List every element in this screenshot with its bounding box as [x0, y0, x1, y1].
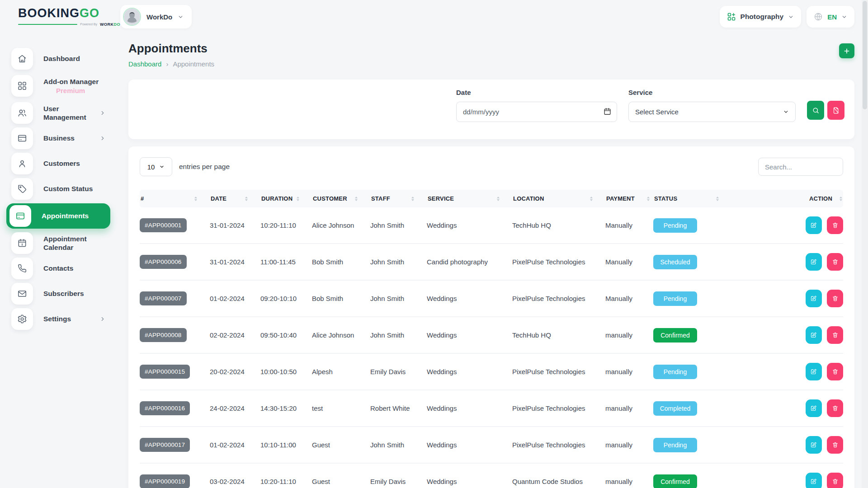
cell-payment: Manually: [605, 244, 653, 280]
header-action[interactable]: ACTION: [744, 190, 843, 207]
delete-button[interactable]: [827, 326, 843, 344]
header-staff[interactable]: STAFF: [370, 190, 427, 207]
sort-icon: [647, 197, 650, 201]
user-icon: [11, 153, 33, 174]
cell-payment: manually: [605, 317, 653, 353]
sidebar-item-custom-status[interactable]: Custom Status: [11, 178, 108, 200]
table-search-input[interactable]: [758, 158, 843, 176]
chevron-down-icon: [783, 109, 789, 115]
edit-button[interactable]: [806, 216, 822, 234]
sidebar-item-appointment-calendar[interactable]: Appointment Calendar: [11, 232, 108, 254]
delete-button[interactable]: [827, 216, 843, 234]
breadcrumb-dashboard-link[interactable]: Dashboard: [128, 60, 161, 68]
cell-date: 01-02-2024: [210, 280, 260, 317]
sidebar-item-appointments[interactable]: Appointments: [6, 203, 110, 229]
sidebar-item-addon-manager[interactable]: Add-on Manager Premium: [11, 73, 108, 99]
trash-icon: [832, 368, 839, 375]
edit-pencil-icon: [810, 222, 817, 229]
cell-staff: Emily Davis: [370, 463, 427, 488]
status-badge: Scheduled: [653, 255, 697, 269]
reset-icon: [832, 107, 840, 114]
brand-underline: [18, 24, 77, 25]
sidebar-item-customers[interactable]: Customers: [11, 153, 108, 174]
sidebar-item-user-management[interactable]: User Management: [11, 102, 108, 124]
sidebar-item-subscribers[interactable]: Subscribers: [11, 283, 108, 305]
plus-icon: [843, 47, 850, 55]
edit-button[interactable]: [806, 399, 822, 417]
grid-plus-icon: [727, 12, 736, 21]
cell-service: Weddings: [427, 427, 512, 463]
delete-button[interactable]: [827, 399, 843, 417]
cell-date: 20-02-2024: [210, 353, 260, 390]
cell-date: 03-02-2024: [210, 463, 260, 488]
edit-button[interactable]: [806, 473, 822, 488]
edit-button[interactable]: [806, 290, 822, 307]
sidebar-item-dashboard[interactable]: Dashboard: [11, 48, 108, 70]
sidebar-item-settings[interactable]: Settings: [11, 308, 108, 330]
cell-duration: 10:20-11:10: [260, 207, 312, 244]
sort-icon: [297, 197, 299, 201]
sort-icon: [716, 197, 719, 201]
cell-location: PixelPulse Technologies: [512, 427, 605, 463]
service-select[interactable]: Select Service: [628, 102, 796, 122]
appointment-id-badge: #APP000008: [140, 328, 187, 342]
date-input[interactable]: [456, 102, 617, 122]
cell-staff: John Smith: [370, 207, 427, 244]
brand-logo[interactable]: BOOKINGGO Powered By WORKDO: [18, 7, 120, 27]
status-badge: Pending: [653, 218, 697, 233]
cell-staff: John Smith: [370, 280, 427, 317]
edit-pencil-icon: [810, 295, 817, 302]
edit-button[interactable]: [806, 253, 822, 271]
header-service[interactable]: SERVICE: [427, 190, 512, 207]
filter-reset-button[interactable]: [827, 101, 844, 120]
workspace-dropdown[interactable]: WorkDo: [120, 5, 192, 28]
header-date[interactable]: DATE: [210, 190, 260, 207]
chevron-right-icon: [99, 135, 106, 141]
edit-pencil-icon: [810, 478, 817, 485]
filter-search-button[interactable]: [807, 101, 824, 120]
calendar-icon: [11, 232, 33, 254]
appointment-id-badge: #APP0000016: [140, 401, 190, 415]
language-dropdown[interactable]: EN: [807, 6, 854, 28]
module-dropdown[interactable]: Photography: [720, 6, 802, 28]
cell-service: Weddings: [427, 390, 512, 427]
calendar-icon[interactable]: [603, 107, 612, 116]
edit-button[interactable]: [806, 326, 822, 344]
delete-button[interactable]: [827, 473, 843, 488]
header-customer[interactable]: CUSTOMER: [312, 190, 370, 207]
delete-button[interactable]: [827, 436, 843, 454]
delete-button[interactable]: [827, 290, 843, 307]
sidebar-item-contacts[interactable]: Contacts: [11, 258, 108, 279]
add-appointment-button[interactable]: [839, 43, 854, 58]
header-location[interactable]: LOCATION: [512, 190, 605, 207]
page-scrollbar[interactable]: [862, 0, 868, 488]
cell-payment: Manually: [605, 207, 653, 244]
header-duration[interactable]: DURATION: [260, 190, 312, 207]
header-status[interactable]: STATUS: [653, 190, 744, 207]
sort-icon: [355, 197, 358, 201]
workspace-name: WorkDo: [146, 13, 172, 21]
delete-button[interactable]: [827, 363, 843, 380]
cell-location: TechHub HQ: [512, 207, 605, 244]
cell-date: 31-01-2024: [210, 207, 260, 244]
cell-service: Weddings: [427, 207, 512, 244]
table-row: #APP0000017 01-02-2024 10:10-11:00 Guest…: [140, 427, 843, 463]
page-size-select[interactable]: 10: [140, 157, 172, 176]
cell-date: 24-02-2024: [210, 390, 260, 427]
edit-button[interactable]: [806, 436, 822, 454]
breadcrumb-current: Appointments: [173, 60, 214, 68]
trash-icon: [832, 405, 839, 412]
cell-duration: 14:30-15:20: [260, 390, 312, 427]
sort-icon: [840, 197, 842, 201]
header-payment[interactable]: PAYMENT: [605, 190, 653, 207]
appointments-table: # DATE DURATION CUSTOMER STAFF SERVICE L…: [140, 190, 843, 488]
table-row: #APP0000016 24-02-2024 14:30-15:20 test …: [140, 390, 843, 427]
sort-icon: [590, 197, 593, 201]
tag-icon: [11, 178, 33, 200]
edit-button[interactable]: [806, 363, 822, 380]
cell-service: Weddings: [427, 353, 512, 390]
sidebar-item-business[interactable]: Business: [11, 127, 108, 149]
scrollbar-thumb[interactable]: [863, 1, 867, 109]
delete-button[interactable]: [827, 253, 843, 271]
header-id[interactable]: #: [140, 190, 210, 207]
